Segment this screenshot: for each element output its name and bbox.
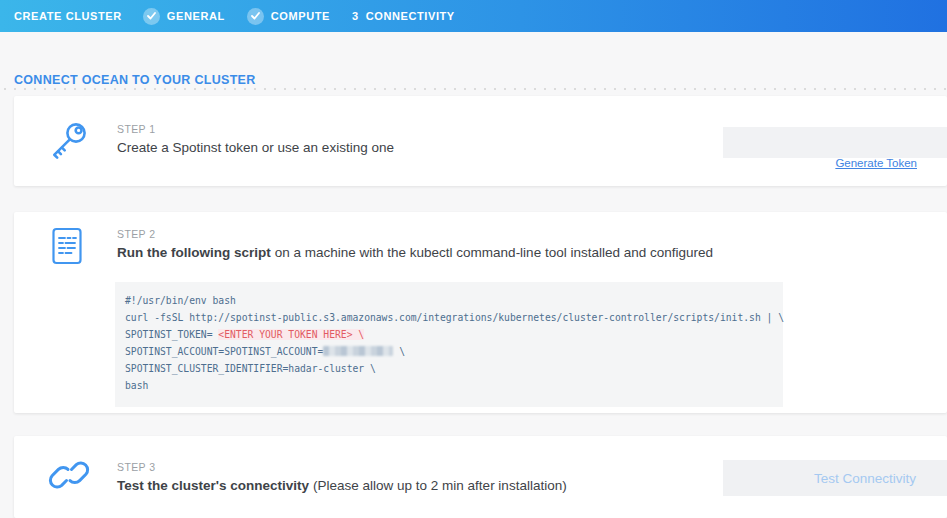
test-connectivity-button[interactable]: Test Connectivity xyxy=(723,460,947,496)
step1-title: Create a Spotinst token or use an existi… xyxy=(117,140,394,155)
dotted-separator xyxy=(0,88,947,90)
step2-title-bold: Run the following script xyxy=(117,245,271,260)
step3-label: STEP 3 xyxy=(117,461,155,473)
wizard-step-label: COMPUTE xyxy=(271,10,330,22)
step1-label: STEP 1 xyxy=(117,123,155,135)
install-script-code-block: #!/usr/bin/env bash curl -fsSL http://sp… xyxy=(115,282,783,407)
code-token-prefix: SPOTINST_TOKEN= xyxy=(125,329,218,340)
step3-title-bold: Test the cluster's connectivity xyxy=(117,478,309,493)
wizard-steps: GENERAL COMPUTE 3 CONNECTIVITY xyxy=(143,8,455,25)
step1-card: STEP 1 Create a Spotinst token or use an… xyxy=(14,96,947,186)
key-icon xyxy=(46,118,92,168)
checkmark-icon xyxy=(143,8,160,25)
checkmark-icon xyxy=(247,8,264,25)
wizard-title: CREATE CLUSTER xyxy=(14,10,122,22)
redacted-account-blur xyxy=(323,346,393,356)
code-line: SPOTINST_ACCOUNT=SPOTINST_ACCOUNT= \ xyxy=(125,343,775,360)
generate-token-link[interactable]: Generate Token xyxy=(835,157,917,169)
step2-label: STEP 2 xyxy=(117,228,155,240)
code-account-prefix: SPOTINST_ACCOUNT=SPOTINST_ACCOUNT= xyxy=(125,346,323,357)
code-line: SPOTINST_CLUSTER_IDENTIFIER=hadar-cluste… xyxy=(125,360,775,377)
code-line: #!/usr/bin/env bash xyxy=(125,292,775,309)
step2-card: STEP 2 Run the following scripton a mach… xyxy=(14,212,947,413)
wizard-step-general[interactable]: GENERAL xyxy=(143,8,225,25)
wizard-topbar: CREATE CLUSTER GENERAL COMPUTE 3 CONNECT… xyxy=(0,0,947,32)
step3-title: Test the cluster's connectivity(Please a… xyxy=(117,478,567,493)
script-document-icon xyxy=(51,227,83,269)
step2-title-rest: on a machine with the kubectl command-li… xyxy=(275,245,713,260)
step3-title-rest: (Please allow up to 2 min after installa… xyxy=(313,478,567,493)
code-line: curl -fsSL http://spotinst-public.s3.ama… xyxy=(125,309,775,326)
token-input[interactable] xyxy=(723,127,947,158)
step2-title: Run the following scripton a machine wit… xyxy=(117,245,713,260)
wizard-step-label: CONNECTIVITY xyxy=(366,10,455,22)
chain-link-icon xyxy=(47,453,91,501)
code-line: SPOTINST_TOKEN= <ENTER YOUR TOKEN HERE> … xyxy=(125,326,775,343)
code-account-suffix: \ xyxy=(393,346,405,357)
token-placeholder-highlight: <ENTER YOUR TOKEN HERE> \ xyxy=(218,329,364,340)
step3-card: STEP 3 Test the cluster's connectivity(P… xyxy=(14,436,947,518)
page-title: CONNECT OCEAN TO YOUR CLUSTER xyxy=(14,73,256,87)
wizard-step-connectivity[interactable]: 3 CONNECTIVITY xyxy=(352,10,455,22)
code-line: bash xyxy=(125,377,775,394)
wizard-step-label: GENERAL xyxy=(167,10,225,22)
wizard-step-number: 3 xyxy=(352,10,359,22)
wizard-step-compute[interactable]: COMPUTE xyxy=(247,8,330,25)
